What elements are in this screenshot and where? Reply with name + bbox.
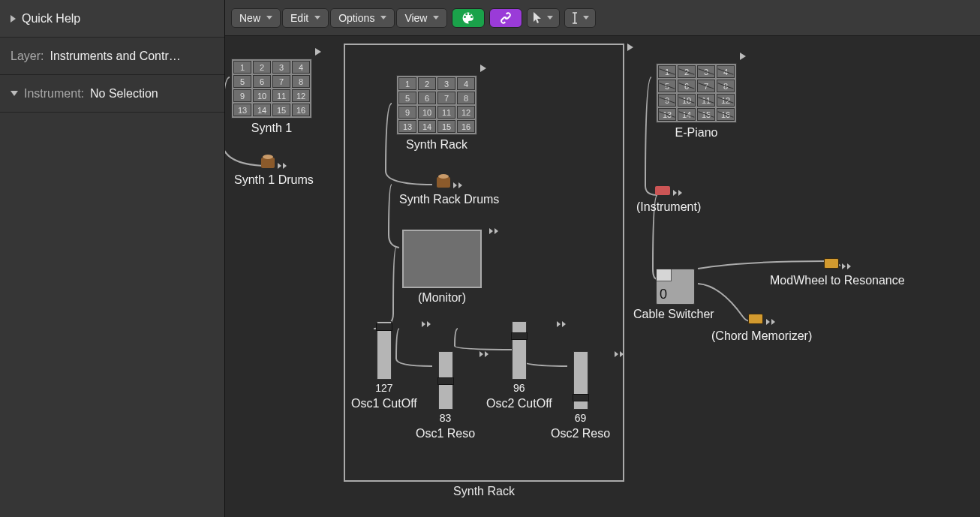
keypad-cell[interactable]: 7	[697, 80, 715, 92]
keypad-cell[interactable]: 14	[418, 120, 436, 133]
keypad-cell[interactable]: 12	[292, 89, 310, 102]
keypad-cell[interactable]: 11	[697, 94, 715, 107]
menu-options[interactable]: Options	[330, 8, 395, 28]
keypad-cell[interactable]: 5	[233, 75, 251, 88]
keypad-cell[interactable]: 1	[658, 65, 676, 78]
keypad-cell[interactable]: 11	[437, 106, 455, 119]
keypad-cell[interactable]: 8	[717, 80, 735, 92]
keypad-cell[interactable]: 3	[437, 77, 455, 90]
keypad-cell[interactable]: 16	[457, 120, 475, 133]
fader-osc1-cutoff[interactable]	[377, 321, 392, 380]
modwheel-label: ModWheel to Resonance	[770, 274, 905, 287]
node-cable-switcher[interactable]: 0 Cable Switcher	[656, 269, 714, 321]
keypad-cell[interactable]: 13	[658, 108, 676, 121]
node-epiano[interactable]: 12345678910111213141516 E-Piano	[656, 63, 737, 140]
pointer-tool-dropdown[interactable]	[527, 8, 560, 28]
node-ports-icon[interactable]	[673, 190, 682, 196]
menu-view[interactable]: View	[396, 8, 447, 28]
node-synth-rack[interactable]: 12345678910111213141516 Synth Rack	[396, 75, 477, 152]
node-synth-rack-drums[interactable]: Synth Rack Drums	[399, 177, 499, 206]
keypad-cell[interactable]: 3	[697, 65, 715, 78]
node-ports-icon[interactable]	[422, 321, 431, 327]
fader-osc2-reso[interactable]	[573, 351, 588, 410]
node-osc1-reso[interactable]: 83 Osc1 Reso	[416, 351, 475, 440]
instrument-row[interactable]: Instrument: No Selection	[0, 75, 224, 113]
node-osc1-cutoff[interactable]: 127 Osc1 CutOff	[351, 321, 417, 410]
keypad-cell[interactable]: 6	[418, 92, 436, 104]
keypad-cell[interactable]: 6	[253, 75, 271, 88]
fader-osc2-cutoff[interactable]	[512, 321, 527, 380]
keypad-cell[interactable]: 8	[457, 92, 475, 104]
node-ports-icon[interactable]	[278, 163, 287, 169]
text-tool-dropdown[interactable]	[564, 8, 596, 28]
keypad-cell[interactable]: 12	[457, 106, 475, 119]
keypad-cell[interactable]: 13	[233, 104, 251, 116]
frame-output-port-icon[interactable]	[627, 44, 633, 51]
node-ports-icon[interactable]	[615, 351, 624, 357]
keypad-cell[interactable]: 3	[272, 61, 290, 74]
keypad-cell[interactable]: 4	[292, 61, 310, 74]
quick-help-header[interactable]: Quick Help	[0, 0, 224, 38]
keypad-cell[interactable]: 4	[717, 65, 735, 78]
keypad-cell[interactable]: 2	[253, 61, 271, 74]
layer-row[interactable]: Layer: Instruments and Contr…	[0, 38, 224, 75]
output-port-icon[interactable]	[480, 65, 486, 72]
keypad-cell[interactable]: 9	[233, 89, 251, 102]
keypad-cell[interactable]: 1	[233, 61, 251, 74]
node-ports-icon[interactable]	[842, 263, 851, 269]
node-osc2-reso[interactable]: 69 Osc2 Reso	[551, 351, 610, 440]
osc1-cutoff-label: Osc1 CutOff	[351, 397, 417, 410]
keypad-cell[interactable]: 2	[678, 65, 696, 78]
keypad-cell[interactable]: 16	[717, 108, 735, 121]
node-osc2-cutoff[interactable]: 96 Osc2 CutOff	[486, 321, 552, 410]
disclosure-down-icon	[11, 91, 18, 96]
keypad-cell[interactable]: 7	[437, 92, 455, 104]
node-ports-icon[interactable]	[453, 182, 462, 188]
cable-switcher-box[interactable]: 0	[656, 269, 695, 305]
keypad-cell[interactable]: 11	[272, 89, 290, 102]
keypad-cell[interactable]: 15	[697, 108, 715, 121]
node-instrument-placeholder[interactable]: (Instrument)	[636, 186, 701, 214]
keypad-cell[interactable]: 10	[418, 106, 436, 119]
keypad-cell[interactable]: 10	[253, 89, 271, 102]
color-palette-button[interactable]	[452, 8, 485, 28]
keypad-cell[interactable]: 12	[717, 94, 735, 107]
output-port-icon[interactable]	[315, 48, 321, 56]
keypad-cell[interactable]: 6	[678, 80, 696, 92]
link-button[interactable]	[489, 8, 522, 28]
multi-instrument-keypad[interactable]: 12345678910111213141516	[656, 63, 737, 123]
node-synth1[interactable]: 12345678910111213141516 Synth 1	[231, 59, 312, 135]
node-ports-icon[interactable]	[766, 319, 775, 325]
menu-edit[interactable]: Edit	[282, 8, 329, 28]
keypad-cell[interactable]: 2	[418, 77, 436, 90]
menu-new[interactable]: New	[231, 8, 281, 28]
keypad-cell[interactable]: 5	[658, 80, 676, 92]
keypad-cell[interactable]: 14	[253, 104, 271, 116]
keypad-cell[interactable]: 1	[398, 77, 416, 90]
keypad-cell[interactable]: 8	[292, 75, 310, 88]
menu-view-label: View	[404, 12, 427, 24]
output-port-icon[interactable]	[740, 53, 746, 60]
multi-instrument-keypad[interactable]: 12345678910111213141516	[396, 75, 477, 135]
node-synth1-drums[interactable]: Synth 1 Drums	[234, 158, 314, 187]
keypad-cell[interactable]: 16	[292, 104, 310, 116]
keypad-cell[interactable]: 15	[437, 120, 455, 133]
keypad-cell[interactable]: 10	[678, 94, 696, 107]
keypad-cell[interactable]: 7	[272, 75, 290, 88]
menu-edit-label: Edit	[290, 12, 308, 24]
keypad-cell[interactable]: 4	[457, 77, 475, 90]
keypad-cell[interactable]: 5	[398, 92, 416, 104]
environment-canvas[interactable]: Synth Rack 12345678910111213141516 Synth…	[225, 36, 980, 517]
keypad-cell[interactable]: 14	[678, 108, 696, 121]
keypad-cell[interactable]: 13	[398, 120, 416, 133]
node-monitor[interactable]: (Monitor)	[402, 230, 482, 305]
keypad-cell[interactable]: 9	[658, 94, 676, 107]
keypad-cell[interactable]: 15	[272, 104, 290, 116]
multi-instrument-keypad[interactable]: 12345678910111213141516	[231, 59, 312, 119]
node-chord-memorizer[interactable]: (Chord Memorizer)	[711, 314, 812, 343]
keypad-cell[interactable]: 9	[398, 106, 416, 119]
node-modwheel[interactable]: ModWheel to Resonance	[770, 258, 905, 287]
node-ports-icon[interactable]	[557, 321, 566, 327]
node-ports-icon[interactable]	[489, 228, 498, 234]
fader-osc1-reso[interactable]	[438, 351, 453, 410]
